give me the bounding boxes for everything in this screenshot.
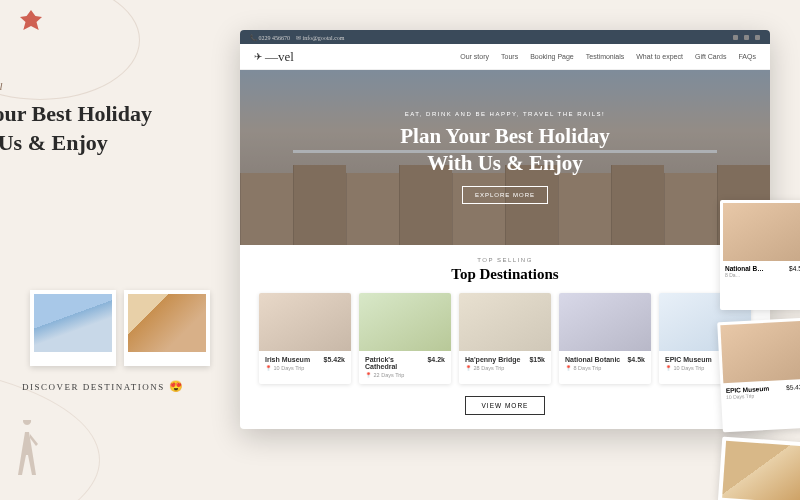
email-contact[interactable]: ✉ info@gootal.com: [296, 34, 345, 41]
card-meta: 📍 28 Days Trip: [465, 365, 545, 371]
card-photo: [359, 293, 451, 351]
hero-headline-line: With Us & Enjoy: [400, 150, 609, 176]
site-preview-window: 📞 0229 456670 ✉ info@gootal.com ✈ —vel O…: [240, 30, 770, 429]
preview-price: $4.5k: [789, 265, 800, 272]
destination-card[interactable]: Irish Museum$5.42k 📍 10 Days Trip: [259, 293, 351, 384]
airplane-icon: ✈: [254, 51, 262, 62]
main-nav: ✈ —vel Our story Tours Booking Page Test…: [240, 44, 770, 70]
preview-card: National B…$4.5k 8 Da…: [720, 200, 800, 310]
card-meta: 📍 22 Days Trip: [365, 372, 445, 378]
nav-booking[interactable]: Booking Page: [530, 53, 574, 60]
destination-card[interactable]: Patrick's Cathedral$4.2k 📍 22 Days Trip: [359, 293, 451, 384]
hiker-silhouette-icon: [10, 420, 45, 480]
section-title: Top Destinations: [254, 266, 756, 283]
bridge-photo-icon: [34, 294, 112, 352]
brand-name: —vel: [265, 49, 294, 65]
preview-photo: [723, 203, 800, 261]
preview-meta: 8 Da…: [725, 272, 800, 278]
side-preview-stack: National B…$4.5k 8 Da… EPIC Museum$5.42k…: [720, 200, 800, 500]
promo-headline-line: h Us & Enjoy: [0, 129, 240, 158]
destination-card[interactable]: National Botanic$4.5k 📍 8 Days Trip: [559, 293, 651, 384]
facebook-icon[interactable]: [733, 35, 738, 40]
food-photo-icon: [128, 294, 206, 352]
card-price: $5.42k: [324, 356, 345, 363]
emoji-icon: 😍: [169, 380, 185, 392]
phone-contact[interactable]: 📞 0229 456670: [250, 34, 290, 41]
card-photo: [459, 293, 551, 351]
nav-list: Our story Tours Booking Page Testimonial…: [460, 53, 756, 60]
section-eyebrow: TOP SELLING: [254, 257, 756, 263]
nav-testimonials[interactable]: Testimonials: [586, 53, 625, 60]
preview-card: EPIC Museum$5.42k 10 Days Trip: [717, 318, 800, 433]
promo-script: —vel: [0, 80, 240, 92]
polaroid-photo: [124, 290, 210, 366]
nav-expect[interactable]: What to expect: [636, 53, 683, 60]
card-price: $4.2k: [427, 356, 445, 363]
preview-card: [718, 437, 800, 500]
card-photo: [559, 293, 651, 351]
destination-card[interactable]: Ha'penny Bridge$15k 📍 28 Days Trip: [459, 293, 551, 384]
card-name: National Botanic: [565, 356, 620, 363]
hero-headline-line: Plan Your Best Holiday: [400, 123, 609, 149]
preview-photo: [722, 441, 800, 500]
card-name: Ha'penny Bridge: [465, 356, 520, 363]
destinations-section: TOP SELLING Top Destinations Irish Museu…: [240, 245, 770, 429]
view-more-button[interactable]: VIEW MORE: [465, 396, 546, 415]
utility-topbar: 📞 0229 456670 ✉ info@gootal.com: [240, 30, 770, 44]
card-price: $4.5k: [627, 356, 645, 363]
nav-tours[interactable]: Tours: [501, 53, 518, 60]
preview-name: National B…: [725, 265, 764, 272]
nav-our-story[interactable]: Our story: [460, 53, 489, 60]
card-photo: [259, 293, 351, 351]
twitter-icon[interactable]: [744, 35, 749, 40]
nav-gift-cards[interactable]: Gift Cards: [695, 53, 727, 60]
nav-faqs[interactable]: FAQs: [738, 53, 756, 60]
promo-headline-line: Your Best Holiday: [0, 100, 240, 129]
discover-label: DISCOVER DESTINATIONS 😍: [22, 380, 184, 393]
card-name: Patrick's Cathedral: [365, 356, 427, 370]
card-meta: 📍 8 Days Trip: [565, 365, 645, 371]
hero-eyebrow: EAT, DRINK AND BE HAPPY, TRAVEL THE RAIL…: [405, 111, 606, 117]
discover-text: DISCOVER DESTINATIONS: [22, 382, 165, 392]
preview-price: $5.42k: [786, 383, 800, 391]
promo-bg-text: —vel Your Best Holiday h Us & Enjoy: [0, 80, 240, 157]
destination-cards: Irish Museum$5.42k 📍 10 Days Trip Patric…: [254, 293, 756, 384]
hero-section: EAT, DRINK AND BE HAPPY, TRAVEL THE RAIL…: [240, 70, 770, 245]
card-name: EPIC Museum: [665, 356, 712, 363]
polaroid-group: [30, 290, 210, 366]
preview-photo: [720, 321, 800, 383]
explore-more-button[interactable]: EXPLORE MORE: [462, 186, 548, 204]
instagram-icon[interactable]: [755, 35, 760, 40]
card-price: $15k: [529, 356, 545, 363]
site-logo[interactable]: ✈ —vel: [254, 49, 294, 65]
card-meta: 📍 10 Days Trip: [265, 365, 345, 371]
polaroid-photo: [30, 290, 116, 366]
card-name: Irish Museum: [265, 356, 310, 363]
